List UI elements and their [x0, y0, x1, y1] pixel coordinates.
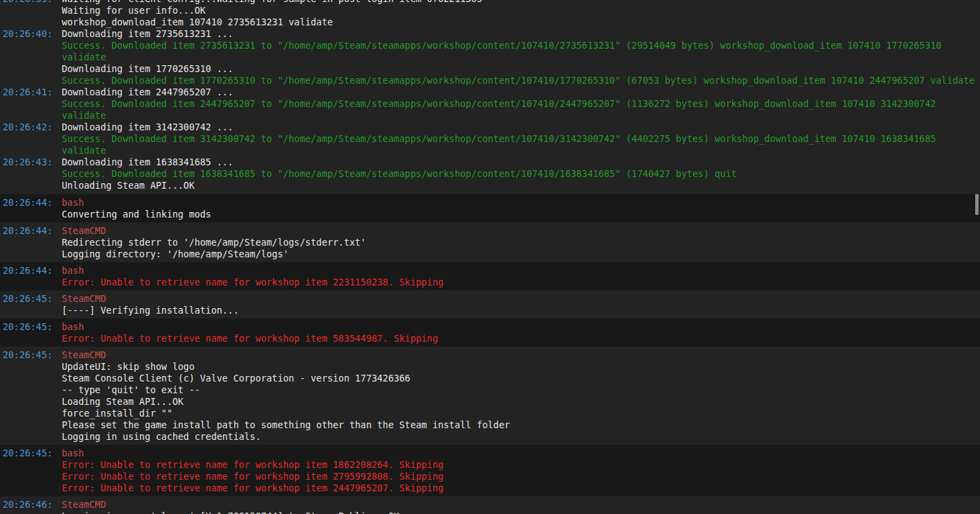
log-timestamp: 20:26:45:: [0, 321, 62, 333]
log-source-label: SteamCMD: [62, 499, 980, 511]
scrollbar-thumb[interactable]: [975, 194, 979, 215]
log-timestamp: 20:26:40:: [0, 28, 62, 40]
log-timestamp: [0, 63, 62, 75]
log-source-label: bash: [62, 447, 980, 459]
log-line: 20:26:45:SteamCMD: [0, 293, 980, 305]
log-line: Converting and linking mods: [0, 209, 980, 220]
log-line: Loading Steam API...OK: [0, 396, 980, 408]
log-message: Converting and linking mods: [62, 209, 980, 220]
log-timestamp: [0, 133, 62, 145]
log-source-label: SteamCMD: [62, 293, 980, 305]
log-message: Downloading item 2735613231 ...: [62, 28, 980, 40]
log-lines-container: 20:26:39:Waiting for client config...Wai…: [0, 0, 980, 514]
log-timestamp: [0, 40, 62, 51]
log-line: 20:26:39:Waiting for client config...Wai…: [0, 0, 980, 5]
log-line: 20:26:45:SteamCMD: [0, 349, 980, 361]
log-entry-block: 20:26:45:bashError: Unable to retrieve n…: [0, 318, 980, 347]
log-timestamp: [0, 5, 62, 16]
log-timestamp: [0, 361, 62, 373]
log-timestamp: 20:26:45:: [0, 447, 62, 459]
log-timestamp: [0, 209, 62, 220]
log-timestamp: [0, 110, 62, 121]
log-timestamp: 20:26:41:: [0, 86, 62, 98]
log-timestamp: [0, 277, 62, 288]
log-line: 20:26:44:SteamCMD: [0, 225, 980, 237]
log-timestamp: 20:26:44:: [0, 225, 62, 237]
log-entry-block: 20:26:39:Waiting for client config...Wai…: [0, 0, 980, 194]
log-message: Steam Console Client (c) Valve Corporati…: [62, 373, 980, 384]
log-message: validate: [62, 145, 980, 156]
log-line: Error: Unable to retrieve name for works…: [0, 471, 980, 482]
log-timestamp: [0, 459, 62, 471]
log-line: Waiting for user info...OK: [0, 5, 980, 16]
log-line: Logging in using cached credentials.: [0, 431, 980, 443]
log-line: 20:26:42:Downloading item 3142300742 ...: [0, 121, 980, 133]
log-line: validate: [0, 110, 980, 121]
log-line: validate: [0, 51, 980, 63]
log-message: Downloading item 2447965207 ...: [62, 86, 980, 98]
log-message: Success. Downloaded item 1638341685 to "…: [62, 168, 980, 180]
log-line: force_install_dir "": [0, 408, 980, 419]
log-message: Please set the game install path to some…: [62, 419, 980, 431]
log-line: Error: Unable to retrieve name for works…: [0, 277, 980, 288]
log-line: Success. Downloaded item 1638341685 to "…: [0, 168, 980, 180]
log-timestamp: [0, 384, 62, 396]
log-message: Error: Unable to retrieve name for works…: [62, 482, 980, 494]
console-output[interactable]: 20:26:39:Waiting for client config...Wai…: [0, 0, 980, 514]
log-line: 20:26:41:Downloading item 2447965207 ...: [0, 86, 980, 98]
log-message: Error: Unable to retrieve name for works…: [62, 333, 980, 344]
log-timestamp: [0, 51, 62, 63]
log-message: Success. Downloaded item 2735613231 to "…: [62, 40, 980, 51]
log-timestamp: [0, 333, 62, 344]
log-message: [----] Verifying installation...: [62, 305, 980, 316]
log-line: 20:26:44:bash: [0, 265, 980, 277]
log-timestamp: [0, 471, 62, 482]
log-entry-block: 20:26:45:SteamCMDUpdateUI: skip show log…: [0, 347, 980, 445]
log-line: Success. Downloaded item 2735613231 to "…: [0, 40, 980, 51]
log-message: validate: [62, 51, 980, 63]
log-timestamp: [0, 419, 62, 431]
log-line: 20:26:40:Downloading item 2735613231 ...: [0, 28, 980, 40]
log-message: Downloading item 1638341685 ...: [62, 156, 980, 168]
log-line: Logging directory: '/home/amp/Steam/logs…: [0, 248, 980, 260]
log-timestamp: [0, 180, 62, 191]
log-message: Success. Downloaded item 3142300742 to "…: [62, 133, 980, 145]
log-message: Success. Downloaded item 1770265310 to "…: [62, 75, 980, 86]
log-message: Unloading Steam API...OK: [62, 180, 980, 191]
log-timestamp: 20:26:46:: [0, 499, 62, 511]
log-source-label: bash: [62, 265, 980, 277]
log-line: -- type 'quit' to exit --: [0, 384, 980, 396]
log-line: Steam Console Client (c) Valve Corporati…: [0, 373, 980, 384]
log-timestamp: [0, 248, 62, 260]
log-source-label: SteamCMD: [62, 225, 980, 237]
log-line: UpdateUI: skip show logo: [0, 361, 980, 373]
log-line: Success. Downloaded item 3142300742 to "…: [0, 133, 980, 145]
log-timestamp: [0, 408, 62, 419]
log-timestamp: 20:26:45:: [0, 293, 62, 305]
log-timestamp: [0, 168, 62, 180]
log-line: validate: [0, 145, 980, 156]
log-timestamp: [0, 16, 62, 28]
log-timestamp: [0, 431, 62, 443]
log-line: Please set the game install path to some…: [0, 419, 980, 431]
log-entry-block: 20:26:45:bashError: Unable to retrieve n…: [0, 445, 980, 496]
log-timestamp: [0, 396, 62, 408]
log-line: workshop_download_item 107410 2735613231…: [0, 16, 980, 28]
log-line: Success. Downloaded item 1770265310 to "…: [0, 75, 980, 86]
log-message: Downloading item 1770265310 ...: [62, 63, 980, 75]
log-line: Error: Unable to retrieve name for works…: [0, 459, 980, 471]
log-timestamp: 20:26:43:: [0, 156, 62, 168]
log-line: 20:26:45:bash: [0, 321, 980, 333]
log-entry-block: 20:26:44:bashConverting and linking mods: [0, 194, 980, 222]
log-message: Redirecting stderr to '/home/amp/Steam/l…: [62, 237, 980, 248]
log-message: Error: Unable to retrieve name for works…: [62, 277, 980, 288]
log-message: Logging in user 'player' [U:1:766130744]…: [62, 511, 980, 514]
log-timestamp: 20:26:45:: [0, 349, 62, 361]
log-source-label: bash: [62, 197, 980, 209]
log-timestamp: [0, 98, 62, 110]
log-message: -- type 'quit' to exit --: [62, 384, 980, 396]
log-timestamp: [0, 237, 62, 248]
log-source-label: SteamCMD: [62, 349, 980, 361]
log-message: Waiting for client config...Waiting for …: [62, 0, 980, 5]
log-line: 20:26:43:Downloading item 1638341685 ...: [0, 156, 980, 168]
